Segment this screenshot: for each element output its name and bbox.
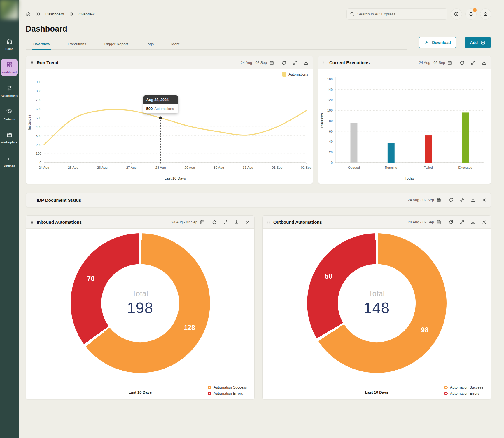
sidebar-item-partners[interactable]: Partners (1, 106, 18, 123)
close-icon[interactable] (482, 197, 487, 203)
inbound-donut-chart[interactable]: Total 198 12870 (71, 233, 210, 373)
drag-handle-icon[interactable] (267, 220, 270, 225)
date-range-picker[interactable]: 24 Aug - 02 Sep (171, 220, 205, 225)
idp-title: IDP Document Status (37, 198, 81, 203)
sidebar-item-home[interactable]: Home (1, 36, 18, 53)
tab-overview[interactable]: Overview (26, 39, 58, 49)
sidebar: HomeDashboardAutomationsPartnersMarketpl… (0, 0, 19, 438)
date-range-picker[interactable]: 24 Aug - 02 Sep (241, 60, 274, 65)
donut-segment-value: 128 (184, 324, 195, 331)
download-icon[interactable] (303, 60, 309, 65)
svg-text:01 Sep: 01 Sep (272, 166, 282, 169)
top-bar: Dashboard Overview (26, 8, 491, 20)
tabs-row: OverviewExecutionsTrigger ReportLogsMore… (26, 37, 491, 50)
idp-document-status-card: IDP Document Status 24 Aug - 02 Sep (26, 193, 491, 207)
home-icon (6, 38, 13, 46)
date-range-picker[interactable]: 24 Aug - 02 Sep (408, 220, 441, 225)
breadcrumb-dashboard[interactable]: Dashboard (46, 12, 64, 16)
download-icon[interactable] (470, 197, 476, 203)
tab-logs[interactable]: Logs (138, 39, 161, 49)
refresh-icon[interactable] (459, 60, 465, 65)
run-trend-header: Run Trend 24 Aug - 02 Sep (26, 56, 313, 69)
breadcrumb-overview[interactable]: Overview (79, 12, 94, 16)
dashboard-icon (6, 61, 13, 69)
donut-segment-value: 98 (421, 326, 429, 334)
legend-dot-icon (208, 392, 211, 395)
sidebar-item-dashboard[interactable]: Dashboard (1, 59, 18, 76)
bell-icon (468, 11, 474, 17)
close-icon[interactable] (245, 220, 250, 225)
run-trend-title: Run Trend (37, 60, 58, 65)
tab-trigger-report[interactable]: Trigger Report (96, 39, 135, 49)
svg-text:Queued: Queued (348, 166, 360, 169)
sidebar-item-marketplace[interactable]: Marketplace (1, 129, 18, 146)
download-button[interactable]: Download (419, 37, 456, 48)
search-input[interactable] (357, 12, 437, 16)
tooltip-date: Aug 28, 2024 (144, 95, 178, 104)
info-button[interactable] (451, 8, 462, 20)
search-box (346, 8, 447, 20)
legend-item-automation-success[interactable]: Automation Success (444, 385, 483, 390)
notifications-button[interactable] (466, 8, 477, 20)
breadcrumb-home-icon[interactable] (26, 11, 31, 17)
chart-tooltip: Aug 28, 2024 500Automations (144, 95, 178, 113)
main-content: Dashboard Overview Dashboard OverviewExe… (19, 0, 504, 438)
legend-item-automation-success[interactable]: Automation Success (208, 385, 247, 390)
drag-handle-icon[interactable] (323, 60, 326, 65)
expand-icon[interactable] (459, 220, 465, 225)
expand-icon[interactable] (223, 220, 228, 225)
sidebar-item-automations[interactable]: Automations (1, 82, 18, 99)
refresh-icon[interactable] (448, 220, 454, 225)
donut-center: Total 148 (338, 264, 416, 342)
topbar-actions (346, 8, 491, 20)
collapse-icon[interactable] (459, 197, 465, 203)
tab-more[interactable]: More (164, 39, 188, 49)
expand-icon[interactable] (292, 60, 298, 65)
outbound-title: Outbound Automations (273, 220, 322, 225)
add-button[interactable]: Add (465, 37, 491, 48)
drag-handle-icon[interactable] (30, 220, 34, 225)
refresh-icon[interactable] (212, 220, 217, 225)
svg-text:30 Aug: 30 Aug (214, 166, 224, 169)
search-filter-icon[interactable] (439, 11, 444, 17)
legend-dot-icon (208, 386, 211, 389)
sidebar-item-settings[interactable]: Settings (1, 152, 18, 169)
date-range-picker[interactable]: 24 Aug - 02 Sep (419, 60, 452, 65)
run-trend-legend[interactable]: Automations (282, 72, 308, 77)
profile-button[interactable] (480, 8, 491, 20)
outbound-donut-chart[interactable]: Total 148 9850 (307, 233, 447, 373)
legend-item-automation-errors[interactable]: Automation Errors (208, 392, 247, 396)
calendar-icon (447, 60, 452, 65)
svg-text:Instances: Instances (320, 113, 324, 128)
download-icon[interactable] (234, 220, 239, 225)
current-executions-card: Current Executions 24 Aug - 02 Sep 02040… (318, 56, 491, 184)
refresh-icon[interactable] (448, 197, 454, 203)
svg-text:31 Aug: 31 Aug (243, 166, 253, 169)
svg-text:20: 20 (329, 150, 333, 154)
download-icon[interactable] (482, 60, 487, 65)
drag-handle-icon[interactable] (30, 60, 34, 65)
current-executions-header: Current Executions 24 Aug - 02 Sep (318, 56, 491, 69)
svg-text:29 Aug: 29 Aug (185, 166, 195, 169)
automations-icon (6, 85, 13, 93)
tab-executions[interactable]: Executions (60, 39, 94, 49)
svg-text:Instances: Instances (27, 114, 32, 130)
legend-item-automation-errors[interactable]: Automation Errors (444, 392, 483, 396)
calendar-icon (269, 60, 274, 65)
svg-text:160: 160 (327, 77, 333, 81)
expand-icon[interactable] (470, 60, 476, 65)
inbound-legend: Automation SuccessAutomation Errors (208, 385, 247, 396)
svg-text:60: 60 (329, 130, 333, 133)
drag-handle-icon[interactable] (30, 198, 34, 202)
run-trend-chart[interactable]: 010020030040050060070080090024 Aug25 Aug… (26, 69, 313, 184)
svg-text:100: 100 (36, 152, 41, 155)
download-icon[interactable] (470, 220, 476, 225)
svg-text:27 Aug: 27 Aug (126, 166, 137, 169)
date-range-picker[interactable]: 24 Aug - 02 Sep (408, 197, 441, 203)
current-executions-chart[interactable]: 020406080100120140160QueuedRunningFailed… (318, 69, 491, 184)
svg-text:100: 100 (327, 109, 333, 112)
refresh-icon[interactable] (281, 60, 286, 65)
svg-text:Today: Today (405, 176, 415, 180)
close-icon[interactable] (482, 220, 487, 225)
svg-text:25 Aug: 25 Aug (68, 166, 78, 169)
